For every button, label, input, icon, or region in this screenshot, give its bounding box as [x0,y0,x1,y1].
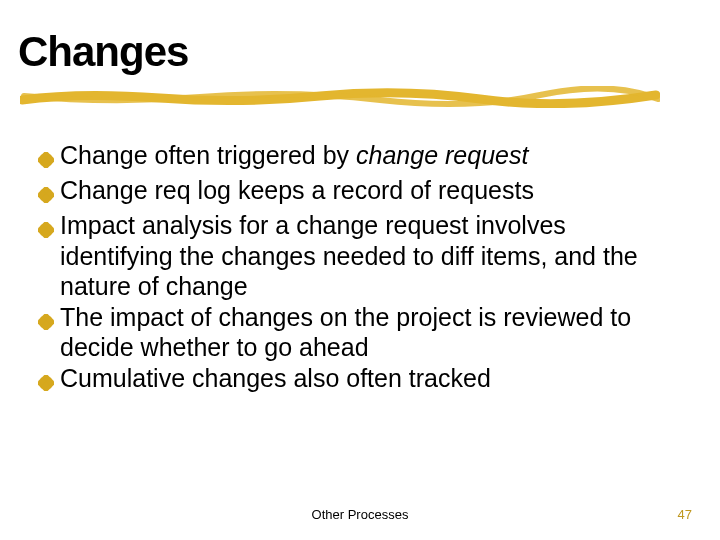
list-item-text: Change often triggered by change request [60,140,678,171]
bullet-icon [38,175,60,210]
page-number: 47 [678,507,692,522]
list-item-text: Impact analysis for a change request inv… [60,210,678,302]
text-plain: The impact of changes on the project is … [60,303,631,362]
text-plain: Cumulative changes also often tracked [60,364,491,392]
list-item-text: Change req log keeps a record of request… [60,175,678,206]
text-plain: Change often triggered by [60,141,356,169]
list-item: The impact of changes on the project is … [38,302,678,363]
title-underline [20,86,660,108]
list-item-text: Cumulative changes also often tracked [60,363,678,394]
list-item-text: The impact of changes on the project is … [60,302,678,363]
footer-text: Other Processes [0,507,720,522]
bullet-icon [38,363,60,398]
text-italic: change request [356,141,528,169]
list-item: Change often triggered by change request [38,140,678,175]
list-item: Change req log keeps a record of request… [38,175,678,210]
bullet-icon [38,140,60,175]
page-title: Changes [18,28,188,76]
list-item: Impact analysis for a change request inv… [38,210,678,302]
bullet-icon [38,210,60,245]
bullet-icon [38,302,60,337]
text-plain: Impact analysis for a change request inv… [60,211,638,300]
list-item: Cumulative changes also often tracked [38,363,678,398]
bullet-list: Change often triggered by change request… [38,140,678,398]
slide: Changes Change often triggered by change… [0,0,720,540]
text-plain: Change req log keeps a record of request… [60,176,534,204]
